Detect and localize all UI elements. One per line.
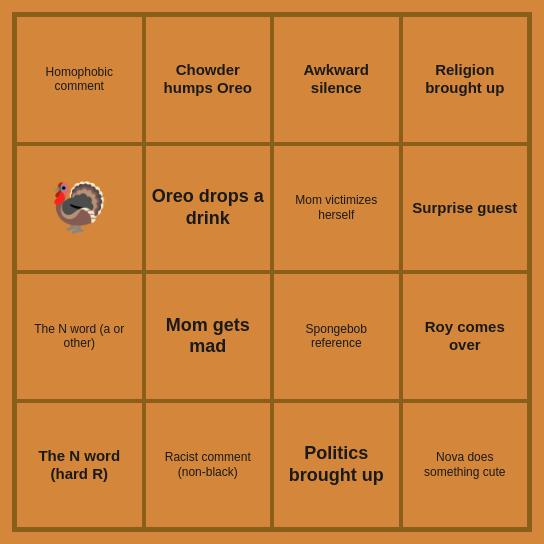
cell-r0c2: Awkward silence [272,15,401,144]
cell-r3c0: The N word (hard R) [15,401,144,530]
cell-r0c1: Chowder humps Oreo [144,15,273,144]
cell-r1c1: Oreo drops a drink [144,144,273,273]
cell-r3c1: Racist comment (non-black) [144,401,273,530]
cell-r1c2: Mom victimizes herself [272,144,401,273]
cell-r0c3: Religion brought up [401,15,530,144]
bingo-board: Homophobic comment Chowder humps Oreo Aw… [12,12,532,532]
cell-r2c2: Spongebob reference [272,272,401,401]
cell-r2c0: The N word (a or other) [15,272,144,401]
turkey-icon: 🦃 [49,179,109,237]
cell-r1c3: Surprise guest [401,144,530,273]
cell-r1c0: 🦃 [15,144,144,273]
cell-r2c3: Roy comes over [401,272,530,401]
cell-r0c0: Homophobic comment [15,15,144,144]
cell-r2c1: Mom gets mad [144,272,273,401]
cell-r3c2: Politics brought up [272,401,401,530]
cell-r3c3: Nova does something cute [401,401,530,530]
